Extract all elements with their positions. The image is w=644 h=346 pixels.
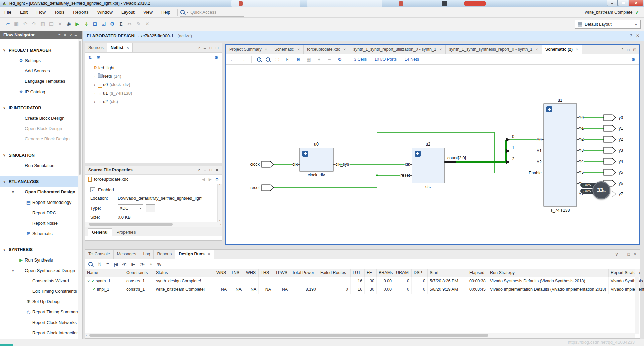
maximize-panel-icon[interactable]: □ bbox=[627, 48, 629, 52]
flownav-item-run-simulation[interactable]: Run Simulation bbox=[0, 160, 78, 171]
schematic-icon[interactable]: ⊞ bbox=[97, 55, 100, 60]
scrollbar[interactable]: ‹ › bbox=[85, 333, 635, 338]
copy-icon[interactable]: ▥ bbox=[38, 20, 47, 28]
help-icon[interactable]: ? bbox=[198, 166, 200, 174]
open-project-icon[interactable]: ▱ bbox=[3, 20, 12, 28]
float-panel-icon[interactable]: ⊡ bbox=[633, 47, 636, 52]
block-u1[interactable] bbox=[544, 104, 577, 206]
minimize-panel-icon[interactable]: – bbox=[204, 46, 206, 50]
autofit-target-icon[interactable]: ⊕ bbox=[295, 57, 301, 62]
close-icon[interactable]: ✕ bbox=[208, 250, 210, 259]
tab-properties[interactable]: Properties bbox=[113, 229, 140, 236]
collapse-all-icon[interactable]: ≡ bbox=[58, 31, 60, 39]
flownav-item-edit-timing-constraints[interactable]: Edit Timing Constraints bbox=[0, 286, 78, 296]
flownav-item-report-timing-summary[interactable]: ◷Report Timing Summary bbox=[0, 307, 78, 317]
schematic-canvas[interactable]: clock reset u0 clock_div clk clk_sys u2 … bbox=[226, 65, 639, 244]
scrollbar[interactable]: ⌃⌄ bbox=[217, 184, 222, 222]
binary-down-icon[interactable]: ⇓ bbox=[82, 20, 91, 28]
input-port-reset[interactable] bbox=[262, 185, 274, 191]
search-icon[interactable] bbox=[88, 262, 93, 266]
tab-log[interactable]: Log bbox=[140, 250, 154, 259]
expand-collapse-icon[interactable]: ⇕ bbox=[64, 31, 67, 39]
first-run-icon[interactable]: |◀ bbox=[114, 262, 117, 267]
nets-link[interactable]: 14 Nets bbox=[405, 57, 419, 62]
settings-gear-icon[interactable]: ⚙ bbox=[631, 57, 639, 62]
column-header-status[interactable]: Status bbox=[154, 269, 214, 277]
input-port-clock[interactable] bbox=[262, 161, 274, 167]
column-header-ths[interactable]: THS bbox=[259, 269, 273, 277]
column-header-lut[interactable]: LUT bbox=[351, 269, 365, 277]
tab-sources[interactable]: Sources bbox=[85, 43, 107, 52]
flownav-item-constraints-wizard[interactable]: Constraints Wizard bbox=[0, 276, 78, 286]
sum-icon[interactable]: Σ bbox=[117, 20, 125, 28]
menu-window[interactable]: Window bbox=[93, 7, 117, 17]
forward-icon[interactable]: ▶ bbox=[209, 177, 212, 182]
menu-layout[interactable]: Layout bbox=[117, 7, 139, 17]
menu-view[interactable]: View bbox=[139, 7, 157, 17]
settings-gear-icon[interactable]: ⚙ bbox=[214, 55, 222, 60]
column-header-tpws[interactable]: TPWS bbox=[273, 269, 290, 277]
scrollbar[interactable] bbox=[635, 269, 639, 334]
tab-forceuptodate-xdc[interactable]: forceuptodate.xdc✕ bbox=[304, 45, 350, 54]
flownav-item-language-templates[interactable]: Language Templates bbox=[0, 76, 78, 86]
help-icon[interactable]: ? bbox=[70, 31, 72, 39]
flownav-item-report-methodology[interactable]: ▤Report Methodology bbox=[0, 197, 78, 208]
zoom-selection-icon[interactable]: ⊡ bbox=[285, 57, 291, 62]
table-row-impl-1[interactable]: ✓ impl_1constrs_1write_bitstream Complet… bbox=[85, 285, 640, 294]
tab-project-summary[interactable]: Project Summary✕ bbox=[226, 45, 271, 54]
column-header-dsp[interactable]: DSP bbox=[412, 269, 428, 277]
schematic-icon[interactable]: ⊞ bbox=[91, 20, 99, 28]
tab-synth-1-synth-synthesis-report-0-synth-1[interactable]: synth_1_synth_synthesis_report_0 - synth… bbox=[446, 45, 542, 54]
scrollbar-thumb[interactable] bbox=[89, 223, 173, 226]
collapse-cone-minus-icon[interactable]: − bbox=[326, 57, 332, 62]
flownav-item-ip-catalog[interactable]: ❖IP Catalog bbox=[0, 86, 78, 97]
cancel-icon[interactable]: ✕ bbox=[143, 20, 152, 28]
menu-flow[interactable]: Flow bbox=[32, 7, 50, 17]
tab-schematic[interactable]: Schematic✕ bbox=[271, 45, 304, 54]
collapse-all-icon[interactable]: ⇅ bbox=[98, 262, 101, 267]
run-icon[interactable]: ▶ bbox=[73, 20, 82, 28]
report-icon[interactable]: ☑ bbox=[99, 20, 108, 28]
zoom-out-icon[interactable]: − bbox=[266, 57, 270, 62]
maximize-panel-icon[interactable]: □ bbox=[209, 166, 212, 174]
tree-item-led-light[interactable]: Rled_light bbox=[85, 64, 222, 72]
scrollbar[interactable] bbox=[78, 39, 82, 339]
tab-tcl-console[interactable]: Tcl Console bbox=[85, 250, 114, 259]
column-header-name[interactable]: Name bbox=[85, 269, 124, 277]
close-icon[interactable]: ✕ bbox=[636, 31, 639, 41]
zoom-fit-icon[interactable]: ⛶ bbox=[274, 57, 280, 62]
toggle-details-icon[interactable]: ≡ bbox=[106, 262, 109, 267]
column-header-run-strategy[interactable]: Run Strategy bbox=[488, 269, 609, 277]
settings-gear-icon[interactable]: ⚙ bbox=[108, 20, 117, 28]
flownav-section-synthesis[interactable]: ∨SYNTHESIS bbox=[0, 244, 78, 255]
delete-icon[interactable]: ✕ bbox=[56, 20, 64, 28]
zoom-in-icon[interactable]: + bbox=[257, 57, 261, 62]
play-run-icon[interactable]: ▶ bbox=[131, 262, 135, 267]
tab-design-runs[interactable]: Design Runs✕ bbox=[175, 250, 214, 259]
minimize-panel-icon[interactable]: – bbox=[75, 31, 77, 39]
flownav-section-rtl-analysis[interactable]: ∨RTL ANALYSIS bbox=[0, 176, 78, 187]
flownav-item-report-drc[interactable]: Report DRC bbox=[0, 208, 78, 218]
scrollbar-thumb[interactable] bbox=[79, 41, 81, 175]
column-header-uram[interactable]: URAM bbox=[394, 269, 412, 277]
flownav-item-create-block-design[interactable]: Create Block Design bbox=[0, 113, 78, 123]
maximize-panel-icon[interactable]: □ bbox=[209, 46, 212, 50]
flownav-section-project-manager[interactable]: ∨PROJECT MANAGER bbox=[0, 45, 78, 55]
redo-icon[interactable]: ↷ bbox=[30, 20, 38, 28]
tree-item-u0[interactable]: ›Iu0(clock_div) bbox=[85, 80, 222, 89]
next-run-icon[interactable]: ≫ bbox=[140, 262, 145, 267]
column-header-ff[interactable]: FF bbox=[365, 269, 377, 277]
tab-reports[interactable]: Reports bbox=[154, 250, 175, 259]
undo-icon[interactable]: ↶ bbox=[21, 20, 30, 28]
menu-edit[interactable]: Edit bbox=[16, 7, 32, 17]
tab-netlist[interactable]: Netlist✕ bbox=[107, 43, 133, 52]
flownav-item-open-elaborated-design[interactable]: ∨Open Elaborated Design bbox=[0, 187, 78, 197]
back-icon[interactable]: ← bbox=[229, 57, 235, 62]
close-icon[interactable]: ✕ bbox=[126, 43, 129, 52]
flownav-section-simulation[interactable]: ∨SIMULATION bbox=[0, 150, 78, 160]
elaborate-chip-icon[interactable]: ▦ bbox=[306, 57, 312, 62]
regenerate-icon[interactable]: ↻ bbox=[337, 57, 343, 62]
paste-icon[interactable]: ▤ bbox=[47, 20, 56, 28]
float-panel-icon[interactable]: ⊡ bbox=[215, 46, 219, 50]
quick-access-input[interactable]: ▾ Quick Access bbox=[180, 8, 244, 17]
